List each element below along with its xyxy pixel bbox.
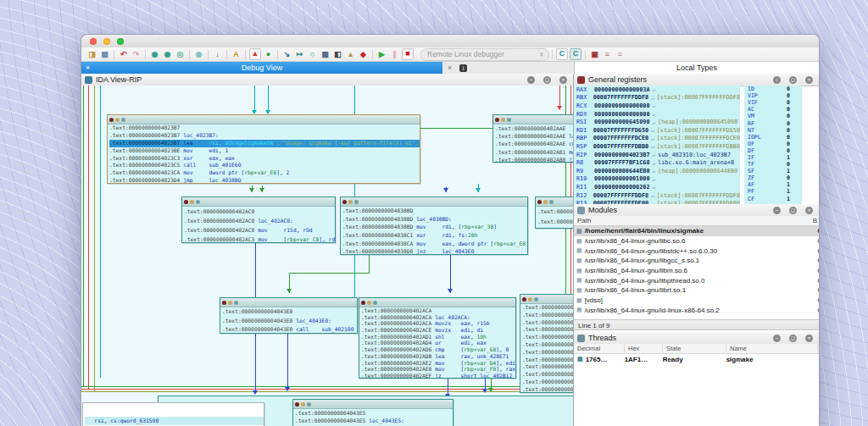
code-line[interactable]: .text:00000000004038D0 jnz loc_4043E0 [342, 247, 527, 255]
code-line[interactable]: .text:00000000004023B7 lea rsi, aUsageSi… [109, 140, 420, 147]
node-color-icon[interactable] [295, 402, 299, 407]
module-row[interactable]: ▦/home/henri/flair84/bin/linux/sigmake0 [574, 226, 819, 236]
code-line[interactable]: .text:0000000000402ACA movzx eax, r15b [361, 320, 515, 327]
flags-list[interactable]: ID0VIP0VIF0AC0VM0RF0NT0IOPL0OF0DF0IF1TF0… [744, 86, 797, 204]
node-title-bar[interactable] [220, 298, 357, 307]
code-line[interactable]: .text:00000000004043E0 call sub_402100 [222, 325, 357, 334]
code-line[interactable]: .text:000000000040 [522, 341, 573, 349]
code-line[interactable]: .text:00000000004038CA mov eax, dword pt… [342, 240, 527, 248]
registers-header[interactable]: General registers −◻× [574, 74, 819, 86]
registers-list[interactable]: RAX000000000000003A↵RBX00007FFFFFFFDDF8↵… [574, 86, 740, 204]
register-value[interactable]: 000000000000003A [594, 86, 649, 93]
minimize-button[interactable]: − [773, 207, 781, 214]
code-line[interactable]: .text:0000000000402ACE movzx edi, di [361, 327, 515, 334]
node-group-icon[interactable] [501, 118, 505, 122]
register-row[interactable]: R100000000000001000↵ [574, 175, 740, 184]
node-4043E0[interactable]: .text:00000000004043E0.text:000000000040… [220, 297, 358, 334]
code-line[interactable]: .text:00000000004023B7 [109, 124, 420, 132]
module-row[interactable]: ▦/usr/lib/x86_64-linux-gnu/libm.so.60 [574, 266, 819, 276]
code-line[interactable]: .text:00000000004023BE mov edi, 1 [109, 147, 420, 155]
debugger-windows-icon[interactable]: ▦ [320, 49, 331, 60]
code-line[interactable]: .text:0000000000402AAE loc_402AAE: [495, 132, 573, 140]
register-row[interactable]: RBX00007FFFFFFFDDF8↵[stack]:00007FFFFFFF… [574, 94, 740, 102]
register-row[interactable]: RBP00007FFFFFFFDCE0↵[stack]:00007FFFFFFF… [574, 135, 740, 143]
save-icon[interactable]: ▦ [99, 49, 110, 60]
threads-col-hex[interactable]: Hex [625, 344, 663, 353]
process-options-icon[interactable]: ◧ [332, 49, 343, 60]
module-row[interactable]: ▦/usr/lib/x86_64-linux-gnu/libgcc_s.so.1… [574, 256, 819, 266]
breakpoint-diamond-icon[interactable]: ◆ [358, 49, 369, 60]
start-process-icon[interactable]: ▶ [376, 49, 387, 60]
jump-back-icon[interactable]: ◉ [149, 49, 160, 60]
code-line[interactable]: .text:0000000000402AB1 mov [495, 148, 573, 156]
threads-col-name[interactable]: Name [726, 344, 818, 353]
code-line[interactable]: .text:0000000000402ADB lea rax, unk_428E… [361, 353, 515, 360]
modules-col-path[interactable]: Path [577, 217, 591, 224]
node-qword-631590[interactable]: rsi, cs:qword_631590 [82, 402, 264, 426]
node-color-icon[interactable] [342, 200, 347, 204]
register-row[interactable]: RSI0000000000645090↵[heap]:0000000000645… [574, 118, 740, 126]
code-line[interactable]: .text:000000000040 [522, 334, 573, 341]
jump-to-address-icon[interactable]: ↵ [651, 143, 654, 149]
register-value[interactable]: 0000000000645090 [594, 119, 649, 125]
flag-row[interactable]: AF1 [744, 181, 797, 188]
register-row[interactable]: RDX0000000000000000↵ [574, 110, 740, 119]
tab-local-types[interactable]: Local Types [574, 62, 819, 74]
code-line[interactable]: .text:00000000004038C1 xor rdi, fs:28h [342, 231, 527, 240]
register-row[interactable]: R90000000000644EB0↵[heap]:0000000000644E… [574, 167, 740, 175]
register-value[interactable]: 00007FFFFFFFDDF8 [593, 94, 648, 101]
register-row[interactable]: R1200007FFFFFFFDDF8↵[stack]:00007FFFFFFF… [574, 191, 740, 200]
close-button[interactable]: × [559, 76, 567, 84]
jump-to-address-icon[interactable]: ↵ [652, 111, 655, 117]
jump-to-address-icon[interactable]: ↵ [652, 86, 655, 92]
code-line[interactable]: .text:00000000004038BD [342, 207, 527, 215]
register-row[interactable]: RSP00007FFFFFFFDBB0↵[stack]:00007FFFFFFF… [574, 142, 740, 151]
modules-column-headers[interactable]: Path B [574, 216, 819, 226]
modules-header[interactable]: Modules −◻× [574, 204, 819, 217]
node-color-icon[interactable] [361, 301, 365, 305]
node-4038BD[interactable]: .text:00000000004038BD.text:000000000040… [340, 196, 528, 255]
code-line[interactable]: .text:0000000000402AC0 [184, 207, 335, 216]
code-line[interactable]: .text:00000000004038BD loc_4038BD: [342, 215, 527, 224]
flag-row[interactable]: AC0 [744, 106, 797, 113]
node-group-icon[interactable] [367, 301, 371, 305]
modules-col-base[interactable]: B [813, 216, 817, 226]
node-color-icon[interactable] [522, 297, 526, 302]
node-pin-icon[interactable] [507, 118, 511, 122]
jump-to-address-icon[interactable]: ↵ [652, 119, 655, 125]
threads-col-decimal[interactable]: Decimal [574, 344, 625, 353]
jump-to-address-icon[interactable]: ↵ [651, 95, 654, 101]
flag-row[interactable]: ZF0 [744, 174, 797, 181]
flag-row[interactable]: PF1 [744, 188, 797, 195]
node-title-bar[interactable] [293, 400, 453, 409]
jump-to-address-icon[interactable]: ↵ [652, 102, 655, 108]
trace-panel-icon[interactable]: ≡ [602, 49, 613, 60]
register-value[interactable]: 00007FFFFFFFDDF8 [593, 192, 648, 199]
code-line[interactable]: .text:00000000004043E0 loc_4043E0: [222, 317, 357, 326]
register-value[interactable]: 00007FFFFFFFD650 [593, 127, 648, 134]
node-title-bar[interactable] [493, 115, 573, 124]
node-group-icon[interactable] [228, 301, 232, 305]
code-line[interactable]: .text:0000000000402AE2 mov [rbp+var_D4],… [361, 360, 515, 367]
jump-to-address-icon[interactable]: ↵ [651, 127, 654, 133]
close-window-button[interactable] [90, 38, 97, 45]
redo-icon[interactable]: ↷ [131, 49, 142, 60]
register-row[interactable]: R800007FFFF7BF1C68↵libc.so.6:main_arena+… [574, 158, 740, 167]
rename-icon[interactable]: A [231, 49, 242, 60]
undo-icon[interactable]: ↶ [118, 49, 129, 60]
jump-forward-icon[interactable]: ◉ [162, 49, 173, 60]
code-line[interactable]: .text:00000000004043E5 [295, 409, 453, 417]
register-row[interactable]: RAX000000000000003A↵ [574, 86, 740, 94]
thread-row[interactable]: ▦1765…1AF1…Readysigmake [574, 353, 819, 365]
node-pin-icon[interactable] [196, 200, 200, 204]
threads-col-state[interactable]: State [663, 344, 726, 353]
code-line[interactable]: .text:0000000000402AC3 mov [rbp+var_C8],… [184, 235, 335, 243]
code-line[interactable]: .text:000000000040 [522, 349, 573, 357]
register-row[interactable]: RDI00007FFFFFFFD650↵[stack]:00007FFFFFFF… [574, 126, 740, 135]
register-value[interactable]: 0000000000000202 [594, 184, 649, 191]
flag-row[interactable]: ID0 [744, 86, 797, 92]
register-row[interactable]: RIP00000000004023B7↵sub_402310:loc_4023B… [574, 151, 740, 159]
snapshot-icon[interactable]: ▲ [345, 49, 356, 60]
jump-to-address-icon[interactable]: ↵ [652, 160, 655, 166]
code-line[interactable]: .text:0000000000402AD1 shl eax, 10h [361, 334, 515, 340]
